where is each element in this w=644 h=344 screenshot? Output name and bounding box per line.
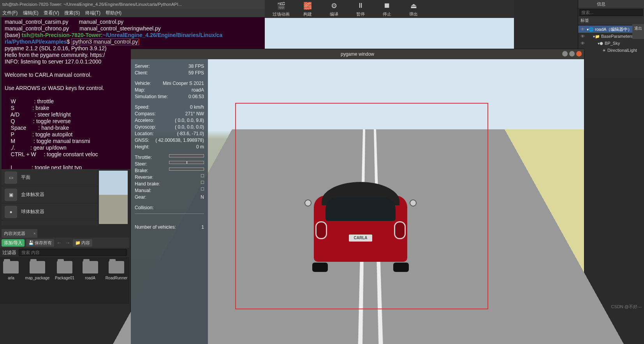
manual-checkbox	[201, 187, 204, 191]
annotation-box	[235, 103, 488, 309]
box-icon: ▣	[5, 189, 17, 201]
outliner-search-input[interactable]	[579, 9, 643, 16]
tool-pause[interactable]: ⏸暂停	[347, 1, 374, 17]
pygame-viewport[interactable]: CARLA Server:38 FPS Client:59 FPS Vehicl…	[131, 59, 584, 344]
exit-button[interactable]: 退出	[632, 24, 644, 39]
visibility-icon[interactable]: 👁	[581, 27, 585, 32]
info-tab[interactable]: 信息	[578, 0, 644, 8]
filter-row: 过滤器	[0, 248, 129, 257]
terminal-menubar: 文件(F) 编辑(E) 查看(V) 搜索(S) 终端(T) 帮助(H)	[0, 9, 265, 17]
content-browser-tab[interactable]: 内容浏览器×	[2, 229, 37, 238]
terminal-titlebar: tsh@tsh-Precision-7820-Tower: ~/UnrealEn…	[0, 0, 265, 9]
content-button[interactable]: 📁内容	[73, 239, 92, 247]
menu-edit[interactable]: 编辑(E)	[23, 10, 39, 16]
folder-icon	[83, 261, 98, 273]
folder-item[interactable]: arla	[2, 261, 20, 300]
world-outliner: 信息 标签 👁▾🌐roadA（编辑器中） 👁▾📁BaseParameters 👁…	[578, 0, 644, 78]
eject-icon: ⏏	[408, 1, 419, 11]
label-header: 标签	[578, 16, 644, 24]
watermark: CSDN @不好---	[611, 304, 642, 310]
pygame-titlebar[interactable]: pygame window	[131, 49, 584, 59]
clapper-icon: 🎬	[276, 1, 287, 11]
tool-compile[interactable]: ⚙编译	[321, 1, 347, 17]
sphere-icon: ●	[5, 206, 17, 218]
folder-icon	[30, 261, 45, 273]
menu-help[interactable]: 帮助(H)	[106, 10, 121, 16]
stop-icon: ⏹	[382, 1, 392, 11]
nav-fwd-icon[interactable]: →	[64, 240, 71, 246]
visibility-icon[interactable]: 👁	[581, 41, 585, 46]
nav-back-icon[interactable]: ←	[56, 240, 63, 246]
close-icon[interactable]	[576, 51, 582, 56]
menu-terminal[interactable]: 终端(T)	[85, 10, 100, 16]
content-browser-toolbar: 添加/导入 💾保存所有 ← → 📁内容	[0, 238, 129, 248]
close-icon[interactable]: ×	[33, 229, 36, 238]
content-search-input[interactable]	[19, 249, 127, 256]
throttle-bar	[169, 154, 204, 157]
build-icon: 🧱	[302, 1, 313, 11]
folder-icon	[57, 261, 72, 273]
folder-icon	[109, 261, 124, 273]
pygame-window: pygame window CARLA Server:38 FPS Client…	[130, 49, 584, 344]
tree-row-dirlight[interactable]: 👁☀DirectionalLight	[578, 47, 644, 54]
menu-search[interactable]: 搜索(S)	[64, 10, 80, 16]
reverse-checkbox	[201, 174, 204, 177]
tool-build[interactable]: 🧱构建	[294, 1, 321, 17]
add-import-button[interactable]: 添加/导入	[2, 239, 25, 247]
folder-item[interactable]: RoadRunner	[106, 261, 127, 300]
tool-cinematics[interactable]: 🎬过场动画	[268, 1, 294, 17]
folder-grid: arla map_package Package01 roadA RoadRun…	[0, 257, 129, 304]
command-highlight: python3 manual_control.py	[71, 39, 139, 45]
tool-eject[interactable]: ⏏弹出	[400, 1, 427, 17]
tool-stop[interactable]: ⏹停止	[374, 1, 400, 17]
compile-icon: ⚙	[329, 1, 340, 11]
plane-icon: ▭	[5, 171, 17, 184]
folder-icon: 📁	[75, 240, 81, 245]
minimize-icon[interactable]	[562, 51, 568, 56]
folder-icon	[3, 261, 19, 273]
save-icon: 💾	[28, 240, 34, 245]
maximize-icon[interactable]	[569, 51, 575, 56]
folder-item[interactable]: Package01	[55, 261, 74, 300]
menu-view[interactable]: 查看(V)	[44, 10, 59, 16]
ue-toolbar: 🎬过场动画 🧱构建 ⚙编译 ⏸暂停 ⏹停止 ⏏弹出	[265, 0, 514, 18]
handbrake-checkbox	[201, 181, 204, 184]
hud-overlay: Server:38 FPS Client:59 FPS Vehicle:Mini…	[131, 59, 208, 344]
tree-row-bpsky[interactable]: 👁▾⬢BP_Sky	[578, 40, 644, 47]
brake-bar	[169, 168, 204, 171]
asset-preview	[97, 169, 129, 226]
folder-item[interactable]: roadA	[81, 261, 99, 300]
steer-bar	[169, 161, 204, 164]
folder-item[interactable]: map_package	[27, 261, 48, 300]
save-all-button[interactable]: 💾保存所有	[26, 239, 54, 247]
visibility-icon[interactable]: 👁	[581, 34, 585, 39]
menu-file[interactable]: 文件(F)	[2, 10, 18, 16]
pause-icon: ⏸	[355, 1, 366, 11]
filter-button[interactable]: 过滤器	[2, 249, 16, 256]
